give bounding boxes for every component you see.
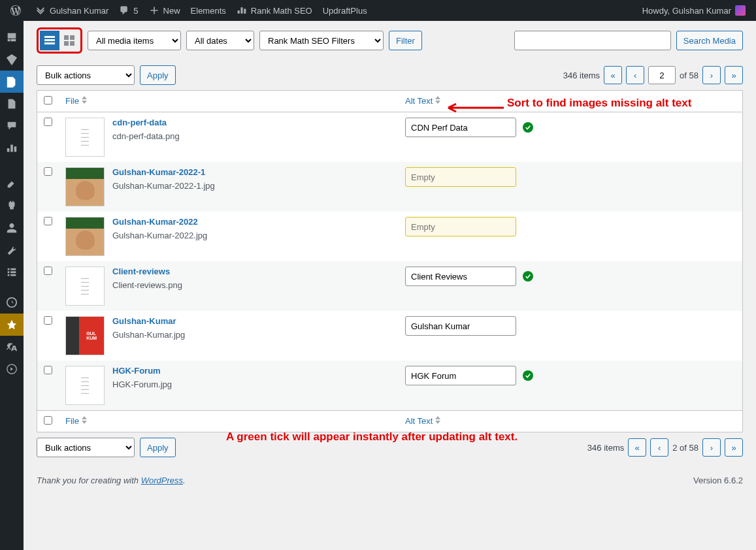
elements-link[interactable]: Elements — [186, 0, 231, 21]
sidebar-collapse[interactable] — [0, 358, 24, 380]
tablenav-bottom: Bulk actions Apply 346 items « ‹ 2 of 58… — [37, 432, 743, 462]
row-checkbox[interactable] — [44, 167, 52, 176]
row-checkbox[interactable] — [44, 118, 52, 126]
sidebar-wp-plugin[interactable] — [0, 314, 24, 336]
sidebar-posts[interactable] — [0, 48, 24, 71]
avatar — [735, 5, 746, 16]
first-page-button-bottom[interactable]: « — [628, 438, 646, 457]
thumbnail[interactable]: ━━━━━━━━━━━━━━━━━━━━ — [65, 118, 105, 157]
footer: Thank you for creating with WordPress. V… — [37, 462, 743, 498]
alt-text-input[interactable] — [405, 118, 516, 137]
admin-sidebar — [0, 21, 24, 550]
row-checkbox[interactable] — [44, 217, 52, 225]
sidebar-appearance[interactable] — [0, 172, 24, 195]
row-checkbox[interactable] — [44, 316, 52, 325]
howdy-user[interactable]: Howdy, Gulshan Kumar — [637, 0, 751, 21]
alt-text-input[interactable] — [405, 167, 516, 187]
new-button[interactable]: New — [144, 0, 186, 21]
sidebar-updraft[interactable] — [0, 291, 24, 314]
sidebar-tools[interactable] — [0, 239, 24, 261]
alt-text-column-sort[interactable]: Alt Text — [405, 96, 440, 106]
tablenav-top: Bulk actions Apply 346 items « ‹ of 58 ›… — [37, 60, 743, 90]
sidebar-media[interactable] — [0, 71, 24, 93]
sidebar-dashboard[interactable] — [0, 26, 24, 48]
rankmath-link[interactable]: Rank Math SEO — [231, 0, 318, 21]
sidebar-analytics[interactable] — [0, 137, 24, 159]
alt-text-input[interactable] — [405, 366, 516, 385]
sidebar-translate[interactable] — [0, 336, 24, 358]
media-type-select[interactable]: All media items — [88, 31, 181, 50]
thumbnail[interactable]: GULKUM — [65, 316, 105, 355]
comments-count[interactable]: 5 — [114, 0, 143, 21]
file-title-link[interactable]: Client-reviews — [112, 267, 170, 276]
dates-select[interactable]: All dates — [186, 31, 254, 50]
last-page-button[interactable]: » — [725, 66, 743, 84]
wp-logo[interactable] — [5, 0, 30, 21]
site-name[interactable]: Gulshan Kumar — [30, 0, 114, 21]
file-title-link[interactable]: Gulshan-Kumar-2022-1 — [112, 167, 205, 177]
sidebar-comments[interactable] — [0, 115, 24, 137]
version-text: Version 6.6.2 — [693, 476, 743, 485]
admin-bar: Gulshan Kumar 5 New Elements Rank Math S… — [0, 0, 756, 21]
last-page-button-bottom[interactable]: » — [725, 438, 743, 457]
file-column-sort-bottom[interactable]: File — [65, 416, 87, 426]
apply-button[interactable]: Apply — [140, 65, 176, 85]
row-checkbox[interactable] — [44, 267, 52, 275]
file-column-sort[interactable]: File — [65, 96, 87, 106]
search-media-button[interactable]: Search Media — [676, 31, 743, 50]
wordpress-link[interactable]: WordPress — [141, 476, 183, 485]
file-name: Client-reviews.png — [112, 280, 182, 290]
sidebar-settings[interactable] — [0, 261, 24, 283]
file-title-link[interactable]: Gulshan-Kumar-2022 — [112, 217, 198, 227]
prev-page-button[interactable]: ‹ — [626, 66, 644, 84]
list-view-button[interactable] — [40, 31, 59, 50]
sidebar-plugins[interactable] — [0, 195, 24, 217]
search-input[interactable] — [514, 31, 671, 50]
page-range: 2 of 58 — [672, 443, 698, 453]
thumbnail[interactable]: ━━━━━━━━━━━━━━━━━━━━ — [65, 267, 105, 306]
tick-icon — [523, 370, 533, 381]
prev-page-button-bottom[interactable]: ‹ — [650, 438, 668, 457]
select-all-checkbox[interactable] — [44, 96, 52, 105]
first-page-button[interactable]: « — [604, 66, 622, 84]
alt-text-input[interactable] — [405, 267, 516, 286]
sidebar-pages[interactable] — [0, 93, 24, 115]
filter-button[interactable]: Filter — [389, 31, 422, 50]
view-mode-highlight — [37, 27, 82, 54]
select-all-checkbox-bottom[interactable] — [44, 416, 52, 425]
alt-text-input[interactable] — [405, 217, 516, 236]
updraftplus-link[interactable]: UpdraftPlus — [318, 0, 372, 21]
rankmath-filter-select[interactable]: Rank Math SEO Filters — [259, 31, 384, 50]
file-title-link[interactable]: cdn-perf-data — [112, 118, 167, 127]
file-title-link[interactable]: HGK-Forum — [112, 366, 161, 376]
thumbnail[interactable]: ━━━━━━━━━━━━━━━━━━━━ — [65, 366, 105, 405]
table-row: GULKUMGulshan-KumarGulshan-Kumar.jpg — [37, 311, 743, 361]
table-row: Gulshan-Kumar-2022Gulshan-Kumar-2022.jpg — [37, 212, 743, 261]
row-checkbox[interactable] — [44, 366, 52, 374]
bulk-actions-select[interactable]: Bulk actions — [37, 65, 135, 85]
media-rows: ━━━━━━━━━━━━━━━━━━━━cdn-perf-datacdn-per… — [37, 112, 743, 411]
file-title-link[interactable]: Gulshan-Kumar — [112, 316, 176, 326]
filter-bar: All media items All dates Rank Math SEO … — [37, 21, 743, 60]
thumbnail[interactable] — [65, 217, 105, 256]
file-name: Gulshan-Kumar.jpg — [112, 330, 185, 340]
alt-text-input[interactable] — [405, 316, 516, 336]
thumbnail[interactable] — [65, 167, 105, 206]
tick-icon — [523, 271, 533, 282]
apply-button-bottom[interactable]: Apply — [140, 438, 176, 457]
next-page-button-bottom[interactable]: › — [702, 438, 721, 457]
next-page-button[interactable]: › — [702, 66, 721, 84]
grid-view-button[interactable] — [59, 31, 79, 50]
table-row: ━━━━━━━━━━━━━━━━━━━━HGK-ForumHGK-Forum.j… — [37, 361, 743, 411]
items-count: 346 items — [563, 71, 600, 80]
table-row: Gulshan-Kumar-2022-1Gulshan-Kumar-2022-1… — [37, 162, 743, 212]
file-name: HGK-Forum.jpg — [112, 380, 172, 389]
file-name: Gulshan-Kumar-2022.jpg — [112, 231, 207, 240]
items-count-bottom: 346 items — [587, 443, 624, 453]
bulk-actions-select-bottom[interactable]: Bulk actions — [37, 438, 135, 457]
media-table: File Alt Text ━━━━━━━━━━━━━━━━━━━━cdn-pe… — [37, 90, 743, 432]
file-name: cdn-perf-data.png — [112, 131, 180, 141]
sidebar-users[interactable] — [0, 217, 24, 239]
current-page-input[interactable] — [648, 66, 676, 84]
alt-text-column-sort-bottom[interactable]: Alt Text — [405, 416, 440, 426]
